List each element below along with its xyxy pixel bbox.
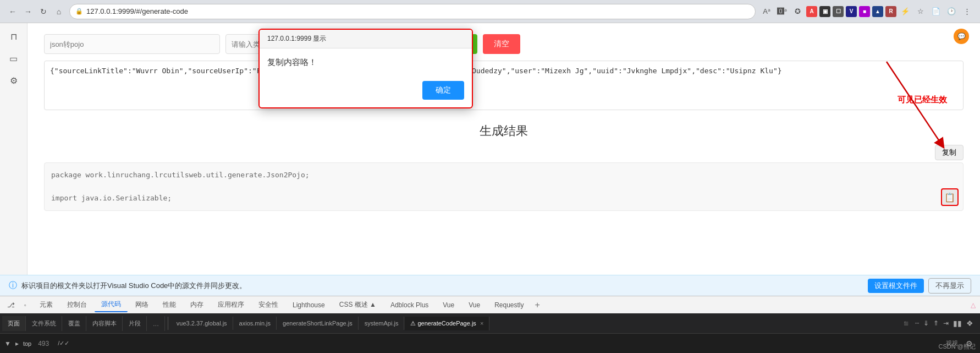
warning-indicator: △ <box>971 301 976 309</box>
ext2-icon[interactable]: ▣ <box>819 6 830 17</box>
tab-sources[interactable]: 源代码 <box>95 297 128 312</box>
devtools-step-icon[interactable]: ❖ <box>966 319 973 328</box>
dialog-footer: 确定 <box>260 77 472 107</box>
tree-top-label[interactable]: top <box>23 340 31 347</box>
tab-memory[interactable]: 内存 <box>184 298 210 312</box>
panel-tab-filesystem[interactable]: 文件系统 <box>26 316 62 331</box>
devtools-forward-icon[interactable]: ⇥ <box>943 319 949 327</box>
collections-icon[interactable]: 📄 <box>929 5 943 18</box>
info-icon: ⓘ <box>9 280 17 291</box>
devtools-inspect-icon[interactable]: ◦ <box>19 298 32 312</box>
file-tab-shortlink[interactable]: generateShortLinkPage.js <box>277 317 359 330</box>
tab-vue2[interactable]: Vue <box>462 299 487 311</box>
home-button[interactable]: ⌂ <box>53 6 65 18</box>
file-tab-generatecode[interactable]: ⚠ generateCodePage.js × <box>405 317 489 330</box>
notification-text: 标识项目的根文件夹以打开Visual Studio Code中的源文件并同步更改… <box>21 281 863 291</box>
history-icon[interactable]: 🕑 <box>945 5 958 18</box>
panel-tab-content-scripts[interactable]: 内容脚本 <box>87 316 123 331</box>
tab-network[interactable]: 网络 <box>129 298 155 312</box>
page-container: ⊓ ▭ ⚙ 💬 生成 清空 {"sourceLi <box>0 23 980 275</box>
devtools-add-tab[interactable]: + <box>532 300 543 310</box>
page-area: 💬 生成 清空 {"sourceLinkTitle":"Wuvrr Obin",… <box>27 23 980 275</box>
file-tab-axios[interactable]: axios.min.js <box>234 317 277 330</box>
panel-tab-snippets[interactable]: 片段 <box>123 316 147 331</box>
alert-dialog: 127.0.0.1:9999 显示 复制内容咯！ 确定 <box>258 29 473 108</box>
tab-security[interactable]: 安全性 <box>252 298 285 312</box>
forward-button[interactable]: → <box>22 6 34 18</box>
panel-tab-page[interactable]: 页面 <box>2 316 26 331</box>
panel-separator <box>168 317 168 330</box>
sidebar-grid-icon[interactable]: ⊓ <box>7 30 20 43</box>
devtools-pause-icon[interactable]: ▮▮ <box>953 319 962 328</box>
file-icon: ▸ <box>15 340 19 347</box>
url-text: 127.0.0.1:9999/#/generate-code <box>86 7 188 15</box>
main-content: 💬 生成 清空 {"sourceLinkTitle":"Wuvrr Obin",… <box>27 23 980 275</box>
extensions-icon[interactable]: ⚡ <box>899 5 912 18</box>
tab-vue1[interactable]: Vue <box>436 299 461 311</box>
devtools-right-controls: ◾ ┄ ⇓ ⇑ ⇥ ▮▮ ❖ <box>901 319 978 328</box>
ext6-icon[interactable]: ▲ <box>872 6 883 17</box>
dialog-body: 复制内容咯！ <box>260 48 472 77</box>
ext5-icon[interactable]: ■ <box>859 6 870 17</box>
devtools-up-icon[interactable]: ⇑ <box>933 319 939 327</box>
dismiss-button[interactable]: 不再显示 <box>928 278 971 294</box>
dialog-ok-button[interactable]: 确定 <box>422 81 464 100</box>
dialog-overlay: 127.0.0.1:9999 显示 复制内容咯！ 确定 <box>27 23 980 275</box>
reload-button[interactable]: ↻ <box>37 6 49 18</box>
csdn-watermark: CSDN @熊记 <box>939 343 976 351</box>
lock-icon: 🔒 <box>75 8 83 15</box>
devtools-dock-icon[interactable]: ◾ <box>901 319 911 328</box>
ext3-icon[interactable]: ☐ <box>833 6 844 17</box>
panel-tab-overrides[interactable]: 覆盖 <box>63 316 86 331</box>
sidebar: ⊓ ▭ ⚙ <box>0 23 27 275</box>
translate-icon[interactable]: Aᵃ <box>760 5 773 18</box>
tab-console[interactable]: 控制台 <box>60 298 93 312</box>
devtools-files: 页面 文件系统 覆盖 内容脚本 片段 ... vue3.2.37.global.… <box>0 313 980 333</box>
menu-icon[interactable]: ⋮ <box>960 5 973 18</box>
browser-chrome: ← → ↻ ⌂ 🔒 127.0.0.1:9999/#/generate-code… <box>0 0 980 23</box>
ext7-icon[interactable]: R <box>885 6 896 17</box>
dialog-message: 复制内容咯！ <box>267 57 317 67</box>
settings-file-button[interactable]: 设置根文件件 <box>868 279 924 293</box>
devtools-down-icon[interactable]: ⇓ <box>923 319 929 327</box>
toolbar-icons: Aᵃ 🅾ᵃ ✪ A ▣ ☐ V ■ ▲ R ⚡ ☆ 📄 🕑 ⋮ <box>760 5 973 18</box>
dialog-header: 127.0.0.1:9999 显示 <box>260 30 472 48</box>
adblock-icon[interactable]: A <box>806 6 817 17</box>
back-button[interactable]: ← <box>7 6 19 18</box>
devtools-secondary-left: ▼ ▸ top <box>4 340 31 347</box>
tab-lighthouse[interactable]: Lighthouse <box>286 299 332 311</box>
close-tab-icon[interactable]: × <box>480 320 483 327</box>
nav-buttons: ← → ↻ ⌂ <box>7 6 65 18</box>
tab-application[interactable]: 应用程序 <box>211 298 251 312</box>
sidebar-settings-icon[interactable]: ⚙ <box>7 74 20 87</box>
read-icon[interactable]: 🅾ᵃ <box>775 5 789 18</box>
bookmark-star-icon[interactable]: ✪ <box>791 5 804 18</box>
tab-elements[interactable]: 元素 <box>33 298 59 312</box>
devtools-secondary: ▼ ▸ top 493 /✓✓ 视视 ⚙ <box>0 333 980 353</box>
dialog-url: 127.0.0.1:9999 显示 <box>267 35 326 42</box>
sidebar-layout-icon[interactable]: ▭ <box>7 52 20 65</box>
devtools-tabs: ⎇ ◦ 元素 控制台 源代码 网络 性能 内存 应用程序 安全性 Lightho… <box>0 296 980 313</box>
address-bar[interactable]: 🔒 127.0.0.1:9999/#/generate-code <box>69 4 756 19</box>
devtools-device-icon[interactable]: ⎇ <box>4 298 18 312</box>
git-indicator: /✓✓ <box>58 340 69 347</box>
favorites-icon[interactable]: ☆ <box>914 5 927 18</box>
line-number: 493 <box>38 340 49 347</box>
file-tab-systemapi[interactable]: systemApi.js <box>359 317 405 330</box>
panel-more[interactable]: ... <box>147 316 165 331</box>
tab-performance[interactable]: 性能 <box>156 298 183 312</box>
vue-icon[interactable]: V <box>846 6 857 17</box>
collapse-icon[interactable]: ▼ <box>4 340 11 347</box>
devtools-split-icon[interactable]: ┄ <box>915 319 919 327</box>
tab-requestly[interactable]: Requestly <box>488 299 530 311</box>
file-tab-vue[interactable]: vue3.2.37.global.js <box>171 317 233 330</box>
notification-bar: ⓘ 标识项目的根文件夹以打开Visual Studio Code中的源文件并同步… <box>0 275 980 296</box>
tab-adblock[interactable]: Adblock Plus <box>384 299 435 311</box>
tab-css-overview[interactable]: CSS 概述 ▲ <box>333 298 383 312</box>
